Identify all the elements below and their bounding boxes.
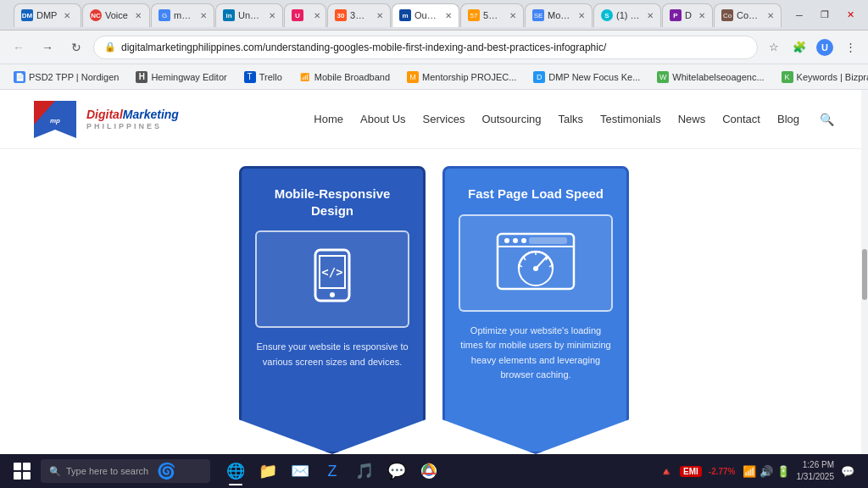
svg-rect-12 (529, 237, 567, 244)
scrollbar-thumb[interactable] (862, 249, 867, 300)
bookmark-label-mentorship: Mentorship PROJEC... (422, 72, 516, 82)
tab-close-8[interactable]: ✕ (509, 11, 516, 20)
notification-button[interactable]: 💬 (841, 465, 854, 478)
menu-button[interactable]: ⋮ (839, 36, 861, 58)
search-icon[interactable]: 🔍 (820, 113, 834, 126)
bookmark-dmp[interactable]: D DMP New Focus Ke... (526, 68, 647, 86)
browser-tab-3[interactable]: G mobi... ✕ (151, 3, 214, 27)
site-logo[interactable]: mp Digital Marketing PHILIPPINES (34, 101, 179, 138)
minimize-button[interactable]: ─ (788, 7, 810, 24)
tray-wifi[interactable]: 📶 (743, 465, 756, 478)
address-bar[interactable]: 🔒 digitalmarketingphilippines.com/unders… (93, 36, 758, 59)
star-button[interactable]: ☆ (763, 36, 785, 58)
cards-section: Mobile-Responsive Design </> (0, 149, 868, 488)
chrome-icon (420, 463, 437, 480)
scrollbar[interactable] (861, 90, 868, 488)
bookmark-favicon-whitelabel: W (657, 71, 669, 83)
taskbar-search[interactable]: 🔍 Type here to search 🌀 (41, 459, 210, 483)
tab-close-11[interactable]: ✕ (698, 11, 705, 20)
tab-close-10[interactable]: ✕ (647, 11, 654, 20)
nav-links: Home About Us Services Outsourcing Talks… (314, 113, 834, 126)
logo-marketing: Marketing (123, 108, 179, 122)
bookmark-label-hemingway: Hemingway Editor (151, 72, 226, 82)
nav-outsourcing[interactable]: Outsourcing (481, 113, 541, 125)
browser-tab-11[interactable]: P DMP ✕ (662, 3, 713, 27)
browser-tab-5[interactable]: U U ✕ (284, 3, 326, 27)
nav-news[interactable]: News (678, 113, 706, 125)
svg-line-14 (520, 265, 522, 267)
bookmark-label-psd2: PSD2 TPP | Nordigen (29, 72, 119, 82)
bookmark-label-keywords: Keywords | Bizprac (797, 72, 868, 82)
browser-tab-2[interactable]: NC Voice ✕ (82, 3, 150, 27)
tab-close-1[interactable]: ✕ (64, 11, 70, 20)
svg-point-5 (330, 292, 335, 297)
stock-value: -2.77% (709, 467, 736, 476)
website: mp Digital Marketing PHILIPPINES Home Ab… (0, 90, 868, 488)
tab-close-5[interactable]: ✕ (314, 11, 320, 20)
extension-button[interactable]: 🧩 (788, 36, 810, 58)
bookmark-label-trello: Trello (259, 72, 282, 82)
tab-close-6[interactable]: ✕ (376, 11, 383, 20)
card-page-load-speed: Fast Page Load Speed (442, 166, 629, 454)
tray-battery[interactable]: 🔋 (776, 465, 790, 478)
tab-close-9[interactable]: ✕ (578, 11, 585, 20)
system-tray: 🔺 EMI -2.77% 📶 🔊 🔋 1:26 PM 1/31/2025 💬 (653, 459, 861, 483)
taskbar-search-icon: 🔍 (49, 466, 61, 477)
bookmark-keywords[interactable]: K Keywords | Bizprac (775, 68, 868, 86)
nav-talks[interactable]: Talks (558, 113, 583, 125)
tab-close-12[interactable]: ✕ (767, 11, 774, 20)
browser-tab-4[interactable]: in Unde... ✕ (215, 3, 283, 27)
bookmark-hemingway[interactable]: H Hemingway Editor (129, 68, 233, 86)
nav-testimonials[interactable]: Testimonials (600, 113, 661, 125)
bookmark-favicon-mobile: 📶 (299, 71, 311, 83)
back-button[interactable]: ← (7, 36, 31, 59)
browser-tab-12[interactable]: Co Conta... ✕ (714, 3, 782, 27)
bookmark-mobile[interactable]: 📶 Mobile Broadband (292, 68, 397, 86)
tab-close-3[interactable]: ✕ (200, 11, 207, 20)
svg-point-10 (513, 238, 518, 243)
taskbar-app-chrome[interactable] (414, 456, 444, 486)
tray-icons: 🔺 (659, 465, 673, 478)
system-clock[interactable]: 1:26 PM 1/31/2025 (797, 459, 835, 483)
browser-tab-8[interactable]: 57 57+ C... ✕ (460, 3, 524, 27)
clock-time: 1:26 PM (797, 459, 835, 471)
forward-button[interactable]: → (36, 36, 59, 59)
browser-tab-10[interactable]: S (1) Sk... ✕ (593, 3, 661, 27)
nav-blog[interactable]: Blog (777, 113, 799, 125)
restore-button[interactable]: ❐ (814, 7, 836, 24)
tabs-area: DM DMP ✕ NC Voice ✕ G mobi... ✕ in Unde.… (14, 3, 782, 27)
taskbar-app-spotify[interactable]: 🎵 (349, 456, 380, 486)
browser-tab-9[interactable]: SE Mobil... ✕ (525, 3, 593, 27)
nav-about[interactable]: About Us (360, 113, 405, 125)
tab-close-2[interactable]: ✕ (135, 11, 142, 20)
tab-close-7[interactable]: ✕ (445, 11, 452, 20)
tray-speaker[interactable]: 🔊 (760, 465, 773, 478)
start-button[interactable] (7, 456, 37, 486)
tab-close-4[interactable]: ✕ (269, 11, 275, 20)
svg-line-18 (549, 265, 552, 267)
stock-label: EMI (680, 466, 702, 477)
nav-services[interactable]: Services (423, 113, 465, 125)
bookmark-trello[interactable]: T Trello (237, 68, 289, 86)
taskbar-app-explorer[interactable]: 📁 (253, 456, 283, 486)
nav-home[interactable]: Home (314, 113, 343, 125)
bookmark-favicon-dmp: D (533, 71, 545, 83)
close-button[interactable]: ✕ (839, 7, 861, 24)
tray-icon-network[interactable]: 🔺 (659, 465, 673, 478)
taskbar-app-zoom[interactable]: Z (317, 456, 348, 486)
svg-line-15 (524, 258, 526, 260)
taskbar-app-edge[interactable]: 🌐 (220, 456, 251, 486)
browser-tab-1[interactable]: DM DMP ✕ (14, 3, 81, 27)
card2-title: Fast Page Load Speed (459, 186, 613, 202)
profile-button[interactable]: U (814, 36, 836, 58)
bookmark-psd2[interactable]: 📄 PSD2 TPP | Nordigen (7, 68, 125, 86)
browser-tab-6[interactable]: 30 30 Vo... ✕ (327, 3, 391, 27)
taskbar-app-mail[interactable]: ✉️ (285, 456, 315, 486)
nav-contact[interactable]: Contact (722, 113, 760, 125)
taskbar-app-skype[interactable]: 💬 (381, 456, 412, 486)
bookmark-mentorship[interactable]: M Mentorship PROJEC... (400, 68, 523, 86)
bookmark-whitelabel[interactable]: W Whitelabelseoagenc... (650, 68, 771, 86)
refresh-button[interactable]: ↻ (64, 36, 88, 59)
browser-tab-7[interactable]: m Our S... ✕ (392, 3, 459, 27)
logo-text: Digital Marketing PHILIPPINES (86, 108, 179, 131)
